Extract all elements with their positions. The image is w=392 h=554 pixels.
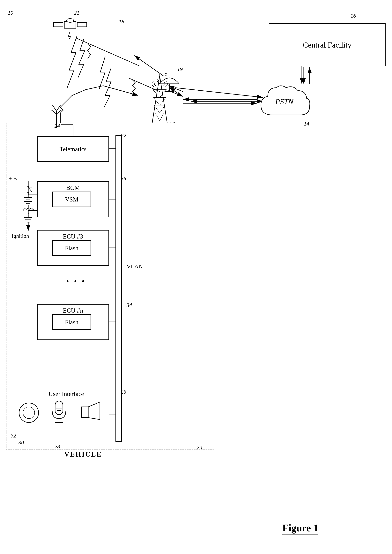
comm-label: 18 (119, 19, 124, 25)
knob-icon (18, 402, 40, 423)
central-facility-box: Central Facility (269, 23, 385, 66)
ecun-text: ECU #n (38, 307, 108, 314)
svg-line-55 (160, 105, 165, 113)
svg-line-57 (160, 113, 164, 121)
telematics-text: Telematics (60, 146, 86, 153)
svg-point-77 (23, 407, 35, 419)
svg-line-67 (28, 187, 32, 192)
svg-rect-28 (77, 22, 87, 27)
ui-number: 26 (121, 389, 126, 395)
flash2-text: Flash (65, 319, 78, 326)
plus-b-label: + B (9, 175, 17, 182)
svg-rect-78 (55, 401, 63, 415)
flash2-box: Flash (52, 314, 91, 330)
svg-line-62 (56, 105, 60, 111)
ignition-label: Ignition (12, 233, 29, 239)
antenna-icon (47, 101, 66, 129)
ecu3-text: ECU #3 (38, 233, 108, 240)
svg-line-61 (53, 105, 56, 111)
svg-line-64 (56, 110, 61, 114)
bcm-number: 36 (121, 175, 126, 182)
svg-line-52 (154, 97, 160, 105)
svg-line-8 (175, 88, 263, 97)
vehicle-number: 20 (197, 444, 202, 451)
pstn-cloud: PSTN (257, 82, 312, 125)
svg-point-68 (28, 192, 29, 193)
dots: • • • (66, 277, 86, 286)
vlan-number: 34 (126, 302, 132, 308)
telematics-box: Telematics (37, 136, 109, 162)
svg-marker-85 (88, 402, 100, 419)
figure-label: Figure 1 (282, 522, 318, 535)
vehicle-label: VEHICLE (64, 450, 102, 458)
lightning-left (72, 39, 95, 78)
lightning-right (95, 68, 119, 107)
knob-label: 32 (11, 433, 16, 439)
svg-point-66 (28, 186, 29, 187)
speaker-label: 30 (19, 440, 24, 446)
svg-line-56 (155, 113, 160, 121)
ui-box: User Interface (12, 388, 121, 440)
ecu3-box: ECU #3 Flash (37, 230, 109, 266)
tower-icon (140, 74, 179, 129)
vlan-text: VLAN (126, 263, 143, 270)
ui-text: User Interface (12, 390, 120, 398)
satellite-icon (53, 12, 88, 39)
svg-line-53 (160, 97, 166, 105)
vsm-text: VSM (65, 196, 78, 203)
central-facility-text: Central Facility (303, 40, 351, 50)
svg-line-63 (52, 110, 56, 114)
svg-text:PSTN: PSTN (275, 97, 294, 106)
diagram-number: 10 (8, 10, 13, 16)
svg-line-31 (68, 31, 70, 37)
svg-rect-84 (81, 407, 88, 418)
bcm-text: BCM (38, 184, 108, 191)
flash1-box: Flash (52, 240, 91, 256)
svg-rect-27 (54, 22, 63, 27)
ecun-box: ECU #n Flash (37, 304, 109, 340)
flash1-text: Flash (65, 245, 78, 252)
speaker-icon (80, 401, 104, 422)
vsm-box: VSM (52, 192, 91, 207)
mic-icon (49, 400, 69, 425)
svg-line-54 (154, 105, 160, 113)
telematics-number: 22 (121, 133, 126, 139)
mic-label: 28 (55, 443, 60, 450)
central-facility-number: 16 (350, 13, 356, 19)
battery-switch-icon (20, 179, 37, 214)
bcm-box: BCM VSM (37, 181, 109, 217)
